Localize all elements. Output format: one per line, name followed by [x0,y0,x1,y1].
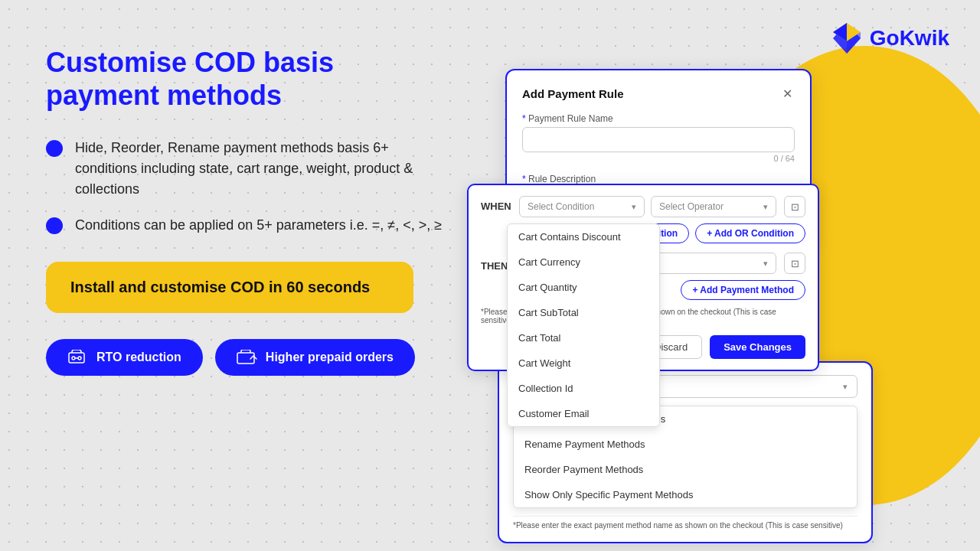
chevron-down-icon: ▾ [843,382,848,392]
chevron-down-icon: ▾ [763,202,768,212]
dropdown-item-customer-email[interactable]: Customer Email [508,401,659,426]
higher-prepaid-button[interactable]: Higher prepaid orders [215,339,415,376]
list-item: Hide, Reorder, Rename payment methods ba… [46,138,444,200]
bottom-note: *Please enter the exact payment method n… [513,516,858,530]
bottom-buttons: RTO reduction Higher prepaid orders [46,339,444,376]
dropdown-item-cart-currency[interactable]: Cart Currency [508,249,659,275]
when-selects: Select Condition ▾ Select Operator ▾ [519,196,776,217]
rto-reduction-button[interactable]: RTO reduction [46,339,203,376]
dropdown-item-collection-id[interactable]: Collection Id [508,376,659,401]
payment-rule-name-input[interactable] [522,127,795,152]
prepaid-icon [237,350,258,365]
bullet-text-2: Conditions can be applied on 5+ paramete… [75,215,442,236]
bullet-text-1: Hide, Reorder, Rename payment methods ba… [75,138,444,200]
dropdown-item-cart-total[interactable]: Cart Total [508,325,659,350]
svg-point-6 [78,357,81,360]
modal-title: Add Payment Rule [522,87,624,100]
logo-area: GoKwik [830,21,949,55]
select-operator-placeholder: Select Operator [659,201,724,212]
add-or-condition-button[interactable]: + Add OR Condition [695,223,805,243]
chevron-down-icon: ▾ [763,259,768,269]
main-content: Customise COD basis payment methods Hide… [0,0,980,551]
select-condition-placeholder: Select Condition [528,201,594,212]
bullet-dot [46,140,63,157]
dropdown-item-cart-subtotal[interactable]: Cart SubTotal [508,300,659,325]
modal-header: Add Payment Rule ✕ [522,86,795,101]
left-panel: Customise COD basis payment methods Hide… [0,0,490,551]
bullet-dot [46,217,63,234]
select-operator-dropdown[interactable]: Select Operator ▾ [651,196,776,217]
add-payment-method-button[interactable]: + Add Payment Method [681,280,805,300]
dropdown-item-cart-weight[interactable]: Cart Weight [508,350,659,376]
right-panel: Add Payment Rule ✕ * Payment Rule Name 0… [490,0,980,551]
delete-condition-button[interactable]: ⊡ [784,196,805,217]
when-header: WHEN Select Condition ▾ Select Operator … [481,196,805,217]
dropdown-item-cart-quantity[interactable]: Cart Quantity [508,275,659,300]
prepaid-button-label: Higher prepaid orders [266,350,394,364]
dropdown-item-reorder[interactable]: Reorder Payment Methods [514,457,857,482]
when-section: WHEN Select Condition ▾ Select Operator … [467,184,819,371]
payment-rule-name-char: 0 / 64 [522,154,795,163]
dropdown-item-show-only[interactable]: Show Only Specific Payment Methods [514,482,857,507]
close-button[interactable]: ✕ [779,86,795,101]
dropdown-item-cart-contains-discount[interactable]: Cart Contains Discount [508,224,659,249]
logo-text: GoKwik [870,26,949,51]
feature-list: Hide, Reorder, Rename payment methods ba… [46,138,444,236]
payment-rule-name-label: * Payment Rule Name [522,113,795,124]
delete-then-button[interactable]: ⊡ [784,253,805,274]
list-item: Conditions can be applied on 5+ paramete… [46,215,444,236]
rule-description-label: * Rule Description [522,174,795,184]
svg-point-5 [72,357,75,360]
install-banner[interactable]: Install and customise COD in 60 seconds [46,262,413,313]
condition-dropdown-list: Cart Contains Discount Cart Currency Car… [507,223,660,427]
gokwik-logo-icon [830,21,864,55]
chevron-down-icon: ▾ [632,202,636,212]
dropdown-item-rename[interactable]: Rename Payment Methods [514,432,857,457]
save-changes-button[interactable]: Save Changes [710,335,805,359]
rto-button-label: RTO reduction [96,350,181,364]
when-label: WHEN [481,201,511,212]
select-condition-dropdown[interactable]: Select Condition ▾ [519,196,645,217]
rto-icon [67,350,89,365]
page-title: Customise COD basis payment methods [46,46,444,112]
payment-rule-name-field: * Payment Rule Name 0 / 64 [522,113,795,163]
